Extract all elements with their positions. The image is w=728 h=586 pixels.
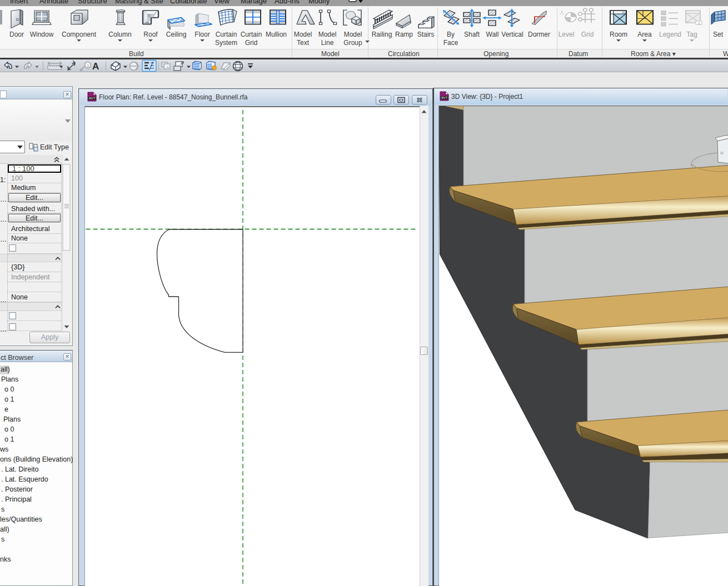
- svg-text:RVT: RVT: [441, 96, 448, 99]
- svg-text:M: M: [720, 151, 724, 155]
- svg-text:1: 1: [561, 10, 563, 13]
- svg-text:A: A: [92, 61, 99, 72]
- svg-text:1: 1: [698, 21, 700, 24]
- svg-text:1: 1: [87, 63, 89, 68]
- svg-text:RVT: RVT: [89, 97, 96, 100]
